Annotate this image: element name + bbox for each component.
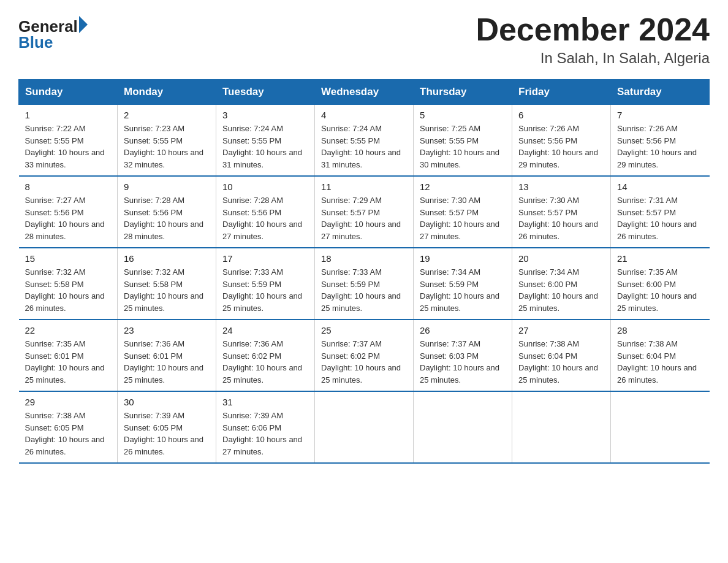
- calendar-month-year: December 2024: [476, 12, 710, 47]
- day-header-tuesday: Tuesday: [216, 80, 315, 105]
- day-info: Sunrise: 7:34 AMSunset: 6:00 PMDaylight:…: [518, 266, 604, 314]
- day-info: Sunrise: 7:25 AMSunset: 5:55 PMDaylight:…: [420, 123, 506, 170]
- calendar-cell: 16Sunrise: 7:32 AMSunset: 5:58 PMDayligh…: [118, 248, 216, 320]
- logo-general-text: General: [18, 18, 78, 34]
- day-number: 8: [25, 182, 112, 192]
- day-number: 4: [321, 110, 407, 120]
- day-info: Sunrise: 7:31 AMSunset: 5:57 PMDaylight:…: [617, 194, 703, 242]
- day-number: 10: [222, 182, 308, 192]
- day-number: 22: [25, 325, 112, 335]
- calendar-table: SundayMondayTuesdayWednesdayThursdayFrid…: [18, 79, 710, 464]
- day-info: Sunrise: 7:35 AMSunset: 6:00 PMDaylight:…: [617, 266, 703, 314]
- day-number: 16: [124, 253, 210, 264]
- day-info: Sunrise: 7:37 AMSunset: 6:02 PMDaylight:…: [321, 338, 407, 386]
- day-info: Sunrise: 7:24 AMSunset: 5:55 PMDaylight:…: [222, 123, 308, 170]
- calendar-cell: 2Sunrise: 7:23 AMSunset: 5:55 PMDaylight…: [118, 105, 216, 177]
- day-number: 5: [420, 110, 506, 120]
- calendar-cell: 28Sunrise: 7:38 AMSunset: 6:04 PMDayligh…: [611, 320, 710, 391]
- calendar-cell: 23Sunrise: 7:36 AMSunset: 6:01 PMDayligh…: [118, 320, 216, 391]
- day-number: 7: [617, 110, 703, 120]
- day-number: 24: [222, 325, 308, 335]
- calendar-cell: 19Sunrise: 7:34 AMSunset: 5:59 PMDayligh…: [414, 248, 512, 320]
- calendar-week-5: 29Sunrise: 7:38 AMSunset: 6:05 PMDayligh…: [19, 391, 710, 463]
- day-info: Sunrise: 7:28 AMSunset: 5:56 PMDaylight:…: [124, 194, 210, 242]
- day-info: Sunrise: 7:32 AMSunset: 5:58 PMDaylight:…: [124, 266, 210, 314]
- calendar-cell: 8Sunrise: 7:27 AMSunset: 5:56 PMDaylight…: [19, 176, 118, 248]
- calendar-cell: 18Sunrise: 7:33 AMSunset: 5:59 PMDayligh…: [315, 248, 414, 320]
- day-number: 9: [124, 182, 210, 192]
- day-number: 20: [518, 253, 604, 264]
- day-number: 19: [420, 253, 506, 264]
- day-number: 15: [25, 253, 112, 264]
- day-number: 6: [518, 110, 604, 120]
- day-header-wednesday: Wednesday: [315, 80, 414, 105]
- day-info: Sunrise: 7:34 AMSunset: 5:59 PMDaylight:…: [420, 266, 506, 314]
- calendar-week-4: 22Sunrise: 7:35 AMSunset: 6:01 PMDayligh…: [19, 320, 710, 391]
- day-number: 29: [25, 397, 112, 407]
- calendar-cell: 31Sunrise: 7:39 AMSunset: 6:06 PMDayligh…: [216, 391, 315, 463]
- calendar-cell: 9Sunrise: 7:28 AMSunset: 5:56 PMDaylight…: [118, 176, 216, 248]
- day-header-friday: Friday: [512, 80, 611, 105]
- calendar-week-2: 8Sunrise: 7:27 AMSunset: 5:56 PMDaylight…: [19, 176, 710, 248]
- day-number: 30: [124, 397, 210, 407]
- day-number: 25: [321, 325, 407, 335]
- day-number: 3: [222, 110, 308, 120]
- day-info: Sunrise: 7:32 AMSunset: 5:58 PMDaylight:…: [25, 266, 112, 314]
- day-info: Sunrise: 7:35 AMSunset: 6:01 PMDaylight:…: [25, 338, 112, 386]
- day-number: 14: [617, 182, 703, 192]
- logo: General Blue: [18, 18, 88, 50]
- calendar-cell: 27Sunrise: 7:38 AMSunset: 6:04 PMDayligh…: [512, 320, 611, 391]
- calendar-cell: 12Sunrise: 7:30 AMSunset: 5:57 PMDayligh…: [414, 176, 512, 248]
- calendar-cell: 25Sunrise: 7:37 AMSunset: 6:02 PMDayligh…: [315, 320, 414, 391]
- day-number: 17: [222, 253, 308, 264]
- day-info: Sunrise: 7:22 AMSunset: 5:55 PMDaylight:…: [25, 123, 112, 170]
- day-info: Sunrise: 7:38 AMSunset: 6:04 PMDaylight:…: [617, 338, 703, 386]
- day-info: Sunrise: 7:24 AMSunset: 5:55 PMDaylight:…: [321, 123, 407, 170]
- calendar-location: In Salah, In Salah, Algeria: [476, 50, 710, 67]
- day-number: 28: [617, 325, 703, 335]
- calendar-cell: 7Sunrise: 7:26 AMSunset: 5:56 PMDaylight…: [611, 105, 710, 177]
- day-number: 2: [124, 110, 210, 120]
- calendar-cell: 14Sunrise: 7:31 AMSunset: 5:57 PMDayligh…: [611, 176, 710, 248]
- calendar-cell: 30Sunrise: 7:39 AMSunset: 6:05 PMDayligh…: [118, 391, 216, 463]
- day-info: Sunrise: 7:30 AMSunset: 5:57 PMDaylight:…: [518, 194, 604, 242]
- day-number: 23: [124, 325, 210, 335]
- calendar-cell: 17Sunrise: 7:33 AMSunset: 5:59 PMDayligh…: [216, 248, 315, 320]
- calendar-cell: 10Sunrise: 7:28 AMSunset: 5:56 PMDayligh…: [216, 176, 315, 248]
- calendar-cell: 20Sunrise: 7:34 AMSunset: 6:00 PMDayligh…: [512, 248, 611, 320]
- calendar-cell: 29Sunrise: 7:38 AMSunset: 6:05 PMDayligh…: [19, 391, 118, 463]
- calendar-cell: [315, 391, 414, 463]
- calendar-cell: [512, 391, 611, 463]
- days-of-week-row: SundayMondayTuesdayWednesdayThursdayFrid…: [19, 80, 710, 105]
- day-info: Sunrise: 7:29 AMSunset: 5:57 PMDaylight:…: [321, 194, 407, 242]
- page-header: General Blue December 2024 In Salah, In …: [18, 12, 710, 67]
- day-info: Sunrise: 7:38 AMSunset: 6:05 PMDaylight:…: [25, 410, 112, 458]
- day-info: Sunrise: 7:26 AMSunset: 5:56 PMDaylight:…: [518, 123, 604, 170]
- day-number: 11: [321, 182, 407, 192]
- day-info: Sunrise: 7:37 AMSunset: 6:03 PMDaylight:…: [420, 338, 506, 386]
- day-header-thursday: Thursday: [414, 80, 512, 105]
- calendar-cell: 22Sunrise: 7:35 AMSunset: 6:01 PMDayligh…: [19, 320, 118, 391]
- calendar-cell: 24Sunrise: 7:36 AMSunset: 6:02 PMDayligh…: [216, 320, 315, 391]
- logo-blue-text: Blue: [18, 34, 88, 50]
- day-number: 21: [617, 253, 703, 264]
- calendar-body: 1Sunrise: 7:22 AMSunset: 5:55 PMDaylight…: [19, 105, 710, 464]
- day-info: Sunrise: 7:38 AMSunset: 6:04 PMDaylight:…: [518, 338, 604, 386]
- calendar-cell: 5Sunrise: 7:25 AMSunset: 5:55 PMDaylight…: [414, 105, 512, 177]
- calendar-cell: 11Sunrise: 7:29 AMSunset: 5:57 PMDayligh…: [315, 176, 414, 248]
- day-info: Sunrise: 7:33 AMSunset: 5:59 PMDaylight:…: [321, 266, 407, 314]
- day-info: Sunrise: 7:23 AMSunset: 5:55 PMDaylight:…: [124, 123, 210, 170]
- calendar-cell: 3Sunrise: 7:24 AMSunset: 5:55 PMDaylight…: [216, 105, 315, 177]
- calendar-cell: 6Sunrise: 7:26 AMSunset: 5:56 PMDaylight…: [512, 105, 611, 177]
- day-number: 27: [518, 325, 604, 335]
- day-info: Sunrise: 7:26 AMSunset: 5:56 PMDaylight:…: [617, 123, 703, 170]
- day-info: Sunrise: 7:36 AMSunset: 6:02 PMDaylight:…: [222, 338, 308, 386]
- calendar-cell: 1Sunrise: 7:22 AMSunset: 5:55 PMDaylight…: [19, 105, 118, 177]
- calendar-cell: 15Sunrise: 7:32 AMSunset: 5:58 PMDayligh…: [19, 248, 118, 320]
- calendar-cell: 21Sunrise: 7:35 AMSunset: 6:00 PMDayligh…: [611, 248, 710, 320]
- day-info: Sunrise: 7:39 AMSunset: 6:06 PMDaylight:…: [222, 410, 308, 458]
- calendar-cell: 4Sunrise: 7:24 AMSunset: 5:55 PMDaylight…: [315, 105, 414, 177]
- day-info: Sunrise: 7:39 AMSunset: 6:05 PMDaylight:…: [124, 410, 210, 458]
- day-header-monday: Monday: [118, 80, 216, 105]
- day-header-saturday: Saturday: [611, 80, 710, 105]
